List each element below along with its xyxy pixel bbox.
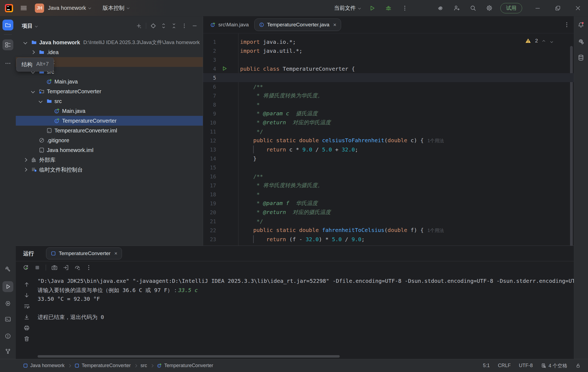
tree-row-TemperatureConverter[interactable]: CTemperatureConverter xyxy=(16,116,203,126)
run-config-selector[interactable]: 当前文件 xyxy=(334,4,360,12)
tool-git-branch-button[interactable] xyxy=(2,346,13,357)
more-vertical-button[interactable] xyxy=(180,21,189,30)
window-minimize-button[interactable] xyxy=(533,4,542,13)
editor-tab-src-Main.java[interactable]: Csrc\Main.java xyxy=(206,16,253,33)
run-button[interactable] xyxy=(367,4,377,13)
tool-database-button[interactable] xyxy=(575,52,586,63)
print-button[interactable] xyxy=(22,323,32,333)
tree-row-临时文件和控制台[interactable]: 临时文件和控制台 xyxy=(16,165,203,175)
code-line-2[interactable]: 2import java.util.*; xyxy=(203,46,574,55)
chevron-right-icon[interactable] xyxy=(23,158,27,162)
editor-tab-TemperatureConverter.java[interactable]: CTemperatureConverter.java× xyxy=(254,18,341,31)
window-restore-button[interactable] xyxy=(553,4,562,13)
code-line-15[interactable]: 15 xyxy=(203,163,574,172)
code-line-17[interactable]: 17 * 将华氏度转换为摄氏度。 xyxy=(203,181,574,190)
run-tab[interactable]: TemperatureConverter × xyxy=(46,247,122,259)
code-line-5[interactable]: 5 xyxy=(203,73,574,82)
tree-row-Java-homework.iml[interactable]: Java homework.iml xyxy=(16,145,203,155)
breadcrumb-TemperatureConverter[interactable]: CTemperatureConverter xyxy=(157,363,213,368)
code-line-9[interactable]: 9 * @param c 摄氏温度 xyxy=(203,109,574,118)
expand-all-button[interactable] xyxy=(159,21,168,30)
tool-run-outline-button[interactable] xyxy=(2,281,13,292)
search-button[interactable] xyxy=(468,4,477,13)
more-actions-button[interactable] xyxy=(400,4,409,13)
line-ending[interactable]: CRLF xyxy=(498,363,511,368)
code-line-3[interactable]: 3 xyxy=(203,55,574,64)
code-line-7[interactable]: 7 * 将摄氏度转换为华氏度。 xyxy=(203,91,574,100)
soft-wrap-button[interactable] xyxy=(22,301,32,311)
code-line-13[interactable]: 13 return c * 9.0 / 5.0 + 32.0; xyxy=(203,145,574,154)
chevron-down-icon[interactable] xyxy=(23,41,27,44)
vcs-menu[interactable]: 版本控制 xyxy=(103,4,129,12)
run-line-icon[interactable] xyxy=(222,66,227,71)
caret-position[interactable]: 5:1 xyxy=(483,363,490,368)
tree-row-src[interactable]: src xyxy=(16,96,203,106)
code-editor[interactable]: 2 1import java.io.*;2import java.util.*;… xyxy=(203,33,574,246)
breadcrumb-TemperatureConverter[interactable]: TemperatureConverter xyxy=(74,363,131,368)
code-line-23[interactable]: 23 return (f - 32.0) * 5.0 / 9.0; xyxy=(203,235,574,244)
rerun-button[interactable] xyxy=(21,263,30,272)
code-line-4[interactable]: 4public class TemperatureConverter { xyxy=(203,64,574,73)
collaborate-button[interactable] xyxy=(452,4,461,13)
attach-process-button[interactable] xyxy=(61,263,71,272)
tool-problems-button[interactable] xyxy=(2,331,13,342)
console-horizontal-scrollbar[interactable] xyxy=(38,355,340,358)
tool-structure-button[interactable] xyxy=(2,39,13,50)
code-line-11[interactable]: 11 */ xyxy=(203,127,574,136)
code-line-14[interactable]: 14 } xyxy=(203,154,574,163)
add-button[interactable] xyxy=(134,21,143,30)
ai-assistant-button[interactable] xyxy=(436,4,445,13)
indent-setting[interactable]: 4 个空格 xyxy=(541,362,567,369)
trial-badge[interactable]: 试用 xyxy=(500,3,522,13)
tree-row-.idea[interactable]: .idea xyxy=(16,47,203,57)
breadcrumb-Java-homework[interactable]: Java homework xyxy=(23,363,65,368)
editor-options-icon[interactable] xyxy=(564,21,570,28)
tool-services-button[interactable] xyxy=(2,298,13,309)
file-encoding[interactable]: UTF-8 xyxy=(519,363,533,368)
project-panel-title[interactable]: 项目 xyxy=(22,22,37,30)
chevron-right-icon[interactable] xyxy=(23,168,27,172)
tree-row-外部库[interactable]: 外部库 xyxy=(16,155,203,165)
scroll-end-button[interactable] xyxy=(22,312,32,322)
code-line-6[interactable]: 6 /** xyxy=(203,82,574,91)
code-line-19[interactable]: 19 * @param f 华氏温度 xyxy=(203,199,574,208)
code-line-22[interactable]: 22 public static double fahrenheitToCels… xyxy=(203,226,574,235)
code-line-20[interactable]: 20 * @return 对应的摄氏温度 xyxy=(203,208,574,217)
chevron-down-icon[interactable] xyxy=(31,89,35,93)
tool-terminal-button[interactable] xyxy=(2,314,13,325)
tree-row-Java-homework[interactable]: Java homeworkD:\IntelliJ IDEA 2025.3.3\J… xyxy=(16,38,203,47)
coverage-button[interactable] xyxy=(73,263,82,272)
arrow-down-button[interactable] xyxy=(22,290,32,300)
more-vertical-button[interactable] xyxy=(84,263,93,272)
code-line-18[interactable]: 18 * xyxy=(203,190,574,199)
tool-ai-chat-button[interactable] xyxy=(575,36,586,47)
tree-row-Main.java[interactable]: CMain.java xyxy=(16,106,203,116)
breadcrumb-src[interactable]: src xyxy=(140,363,147,368)
tool-notifications-button[interactable] xyxy=(575,20,586,30)
main-menu-icon[interactable] xyxy=(21,6,27,10)
clear-button[interactable] xyxy=(22,334,32,344)
tool-more-horizontal-button[interactable] xyxy=(2,58,13,69)
debug-button[interactable] xyxy=(384,4,393,13)
tree-row-Main.java[interactable]: CMain.java xyxy=(16,77,203,86)
stop-button[interactable] xyxy=(33,263,42,272)
hide-button[interactable] xyxy=(190,21,199,30)
unlock-icon[interactable] xyxy=(575,363,581,368)
tool-build-hammer-button[interactable] xyxy=(2,264,13,274)
thread-dump-button[interactable] xyxy=(50,263,59,272)
window-close-button[interactable] xyxy=(573,4,583,13)
locate-button[interactable] xyxy=(149,21,158,30)
code-line-16[interactable]: 16 /** xyxy=(203,172,574,181)
code-line-21[interactable]: 21 */ xyxy=(203,217,574,226)
project-selector[interactable]: Java homework xyxy=(48,5,91,11)
tree-row-TemperatureConverter.iml[interactable]: TemperatureConverter.iml xyxy=(16,126,203,135)
tool-project-folder-button[interactable] xyxy=(2,20,13,30)
collapse-all-button[interactable] xyxy=(170,21,178,30)
chevron-right-icon[interactable] xyxy=(31,50,35,54)
chevron-down-icon[interactable] xyxy=(39,99,42,103)
settings-button[interactable] xyxy=(485,4,494,13)
code-line-1[interactable]: 1import java.io.*; xyxy=(203,37,574,46)
close-icon[interactable]: × xyxy=(114,250,117,256)
close-icon[interactable]: × xyxy=(333,22,336,28)
code-line-10[interactable]: 10 * @return 对应的华氏温度 xyxy=(203,118,574,127)
